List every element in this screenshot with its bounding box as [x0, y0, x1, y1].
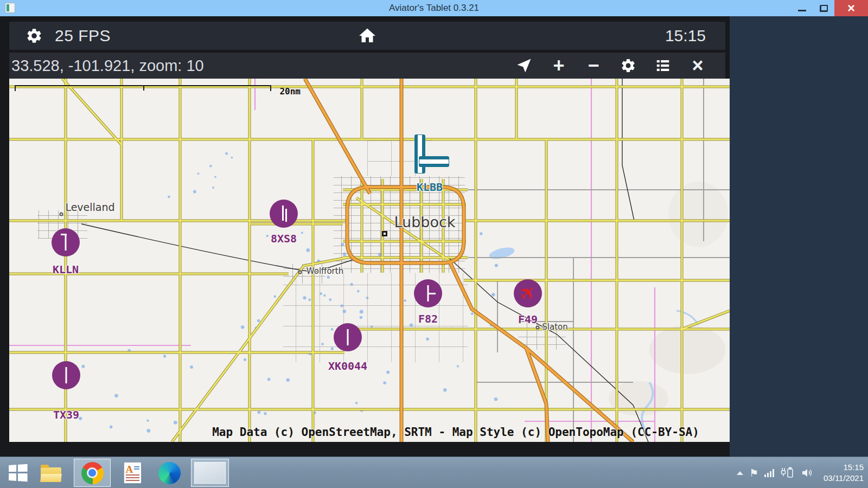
- taskbar-edge[interactable]: [154, 457, 184, 488]
- app-topbar: 25 FPS 15:15: [9, 22, 725, 50]
- close-icon: ×: [847, 1, 855, 16]
- app-panel: 25 FPS 15:15 33.528, -101.921, zoom: 10 …: [0, 16, 730, 457]
- action-center-flag-icon[interactable]: ⚑: [749, 468, 758, 478]
- windows-logo-icon: [9, 464, 27, 482]
- start-button[interactable]: [3, 457, 31, 488]
- tray-time: 15:15: [824, 462, 864, 473]
- system-tray: ⚑ 15:15 03/11/2021: [737, 457, 864, 488]
- scale-mid-tick: [143, 86, 144, 91]
- map-basemap: [9, 79, 730, 442]
- town-label: Lubbock: [394, 214, 456, 230]
- app-icon: [5, 3, 15, 12]
- airport-marker-icon: [270, 200, 298, 228]
- show-hidden-icons-button[interactable]: [737, 471, 743, 475]
- town-dot: [298, 271, 302, 274]
- map-scale-bar: 20nm: [15, 85, 271, 91]
- home-icon: [358, 26, 377, 46]
- settings-button[interactable]: [23, 25, 45, 47]
- chrome-icon: [81, 462, 104, 484]
- town-label: Slaton: [542, 322, 567, 332]
- battery-power-icon[interactable]: [780, 467, 794, 479]
- minimize-icon: [798, 10, 806, 11]
- coordinates-display: 33.528, -101.921, zoom: 10: [11, 57, 204, 75]
- town-dot: [60, 213, 63, 216]
- locate-button[interactable]: [513, 54, 535, 77]
- map-toolbar: 33.528, -101.921, zoom: 10 + − ×: [9, 53, 725, 79]
- zoom-out-button[interactable]: −: [582, 54, 605, 77]
- taskbar-wordpad[interactable]: A: [118, 457, 146, 488]
- taskbar-active-app[interactable]: [191, 459, 229, 487]
- folder-icon: [41, 467, 61, 482]
- map-canvas[interactable]: 20nm KLBB 8XS8 KLLN F82 F49 XK0044 TX39 …: [9, 79, 730, 442]
- airport-marker-label: TX39: [53, 408, 79, 421]
- list-icon: [655, 57, 671, 74]
- airport-marker-label: 8XS8: [271, 232, 297, 245]
- layers-list-button[interactable]: [652, 54, 674, 77]
- taskbar-chrome[interactable]: [74, 459, 111, 487]
- map-attribution: Map Data (c) OpenStreetMap, SRTM - Map S…: [212, 426, 699, 439]
- close-button[interactable]: ×: [834, 0, 868, 16]
- airport-marker-icon: [410, 134, 449, 175]
- wordpad-icon: A: [124, 462, 142, 484]
- restore-button[interactable]: [813, 0, 834, 16]
- airport-marker-icon: [52, 361, 80, 389]
- airport-marker-icon: [334, 323, 362, 351]
- navigation-arrow-icon: [516, 57, 532, 74]
- airport-marker-icon: [514, 279, 542, 307]
- airport-marker-icon: [414, 279, 442, 307]
- window-titlebar: Aviator's Tablet 0.3.21 ×: [0, 0, 868, 16]
- town-label: Levelland: [65, 201, 114, 213]
- airport-marker-label: XK0044: [328, 359, 367, 373]
- window-title: Aviator's Tablet 0.3.21: [0, 3, 868, 14]
- airport-marker-label: KLLN: [53, 263, 79, 276]
- close-icon: ×: [692, 56, 703, 75]
- screen: Aviator's Tablet 0.3.21 × 25 FPS 15:15: [0, 0, 868, 488]
- fps-counter: 25 FPS: [55, 27, 111, 45]
- gear-icon: [620, 57, 636, 74]
- airport-marker-label: KLBB: [417, 181, 443, 194]
- minimize-button[interactable]: [791, 0, 813, 16]
- network-signal-icon[interactable]: [764, 468, 774, 477]
- home-button[interactable]: [354, 24, 380, 48]
- close-map-button[interactable]: ×: [686, 54, 709, 77]
- town-dot: [536, 326, 540, 330]
- zoom-in-button[interactable]: +: [547, 54, 570, 77]
- airport-marker-label: F49: [518, 313, 538, 326]
- app-window: 25 FPS 15:15 33.528, -101.921, zoom: 10 …: [0, 16, 868, 457]
- minus-icon: −: [588, 56, 599, 75]
- map-settings-button[interactable]: [617, 54, 640, 77]
- tray-date: 03/11/2021: [824, 473, 864, 484]
- restore-icon: [820, 5, 827, 11]
- windows-taskbar: A ⚑ 15:15: [0, 457, 868, 488]
- scale-label: 20nm: [279, 86, 301, 97]
- speaker-icon[interactable]: [800, 467, 814, 479]
- airport-marker-icon: [52, 228, 80, 256]
- airport-marker-label: F82: [418, 312, 438, 325]
- taskbar-file-explorer[interactable]: [37, 457, 65, 488]
- app-window-icon: [194, 462, 226, 484]
- plus-icon: +: [553, 56, 564, 75]
- tray-clock[interactable]: 15:15 03/11/2021: [824, 462, 864, 484]
- town-label: Wolfforth: [307, 266, 343, 276]
- edge-icon: [158, 462, 181, 484]
- app-clock: 15:15: [665, 27, 706, 45]
- gear-icon: [25, 27, 43, 44]
